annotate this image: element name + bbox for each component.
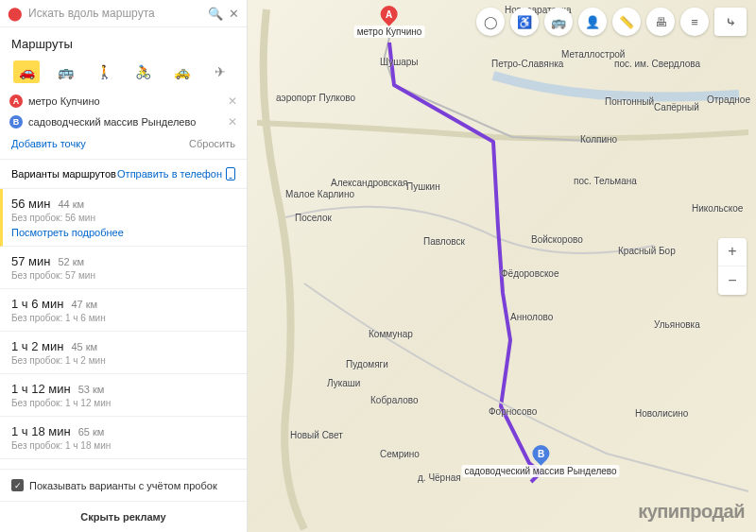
tool-transport[interactable]: ♿: [510, 8, 539, 36]
route-distance: 44 км: [58, 198, 84, 210]
mode-transit[interactable]: 🚌: [52, 60, 78, 83]
point-a-text: метро Купчино: [28, 95, 222, 107]
exit-button[interactable]: ⤷: [714, 8, 747, 36]
town-label: д. Чёрная: [418, 472, 461, 483]
tool-panorama[interactable]: 👤: [578, 8, 607, 36]
zoom-out-button[interactable]: −: [718, 266, 747, 295]
town-label: Отрадное: [707, 94, 750, 105]
town-label: Фёдоровское: [501, 268, 559, 279]
town-label: Войскорово: [531, 234, 583, 245]
phone-icon: [226, 167, 235, 180]
town-label: Аннолово: [510, 312, 553, 322]
send-to-phone[interactable]: Отправить в телефон: [117, 167, 235, 180]
clear-point-b[interactable]: ✕: [228, 115, 237, 129]
close-icon[interactable]: ✕: [229, 7, 239, 21]
tool-print[interactable]: 🖶: [646, 8, 675, 36]
route-option[interactable]: 1 ч 2 мин45 кмБез пробок: 1 ч 2 мин: [0, 332, 247, 374]
route-point-a[interactable]: А метро Купчино ✕: [0, 91, 247, 112]
mode-walk[interactable]: 🚶: [91, 60, 117, 83]
route-distance: 47 км: [71, 299, 97, 310]
marker-a[interactable]: А метро Купчино: [354, 6, 425, 38]
town-label: Понтонный: [605, 96, 654, 107]
route-option[interactable]: 57 мин52 кмБез пробок: 57 мин: [0, 247, 247, 289]
route-subtext: Без пробок: 57 мин: [11, 270, 235, 281]
pin-icon: ⬤: [8, 6, 23, 21]
route-option[interactable]: 1 ч 12 мин53 кмБез пробок: 1 ч 12 мин: [0, 374, 247, 417]
marker-b[interactable]: В садоводческий массив Рынделево: [461, 445, 619, 477]
route-time: 57 мин: [11, 254, 50, 268]
tool-bus[interactable]: 🚌: [544, 8, 573, 36]
town-label: Малое Карлино: [285, 189, 354, 199]
search-bar: ⬤ 🔍 ✕: [0, 0, 247, 27]
search-input[interactable]: [28, 7, 202, 20]
town-label: Кобралово: [370, 395, 419, 405]
route-option[interactable]: 1 ч 18 мин65 кмБез пробок: 1 ч 18 мин: [0, 417, 247, 459]
route-option[interactable]: 1 ч 6 мин47 кмБез пробок: 1 ч 6 мин: [0, 289, 247, 332]
town-label: Пудомяги: [346, 359, 388, 369]
mode-plane[interactable]: ✈: [207, 60, 233, 83]
route-time: 1 ч 2 мин: [11, 339, 63, 353]
town-label: Пушкин: [406, 181, 440, 192]
town-label: аэропорт Пулково: [276, 93, 355, 103]
zoom-in-button[interactable]: +: [718, 238, 747, 266]
town-label: Колпино: [580, 134, 617, 145]
hide-ad-link[interactable]: Скрыть рекламу: [0, 501, 247, 532]
town-label: Шушары: [380, 57, 419, 67]
route-distance: 65 км: [78, 426, 105, 438]
tool-more[interactable]: ≡: [680, 8, 709, 36]
route-subtext: Без пробок: 1 ч 2 мин: [11, 355, 235, 366]
route-distance: 53 км: [78, 384, 105, 395]
checkbox-icon[interactable]: ✓: [11, 479, 24, 491]
tool-ruler[interactable]: 📏: [612, 8, 641, 36]
town-label: Семрино: [380, 449, 420, 459]
town-label: Лукаши: [327, 378, 360, 388]
town-label: Новолисино: [635, 408, 688, 419]
town-label: Коммунар: [369, 329, 413, 339]
town-label: Павловск: [423, 236, 465, 247]
town-label: Форносово: [489, 406, 537, 417]
town-label: пос. им. Свердлова: [614, 59, 700, 69]
route-list: 56 мин44 кмБез пробок: 56 минПосмотреть …: [0, 189, 247, 469]
traffic-toggle-row[interactable]: ✓ Показывать варианты с учётом пробок: [0, 469, 247, 501]
town-label: Никольское: [692, 203, 743, 214]
town-label: пос. Тельмана: [574, 176, 637, 186]
search-icon[interactable]: 🔍: [208, 7, 223, 21]
route-subtext: Без пробок: 1 ч 12 мин: [11, 398, 235, 408]
route-time: 1 ч 18 мин: [11, 424, 71, 438]
town-label: Александровская: [331, 178, 407, 188]
point-b-text: садоводческий массив Рынделево: [28, 116, 222, 128]
route-point-b[interactable]: В садоводческий массив Рынделево ✕: [0, 112, 247, 132]
town-label: Ульяновка: [654, 319, 700, 330]
sidebar: ⬤ 🔍 ✕ Маршруты 🚗🚌🚶🚴🚕✈ А метро Купчино ✕ …: [0, 0, 248, 532]
town-label: Сапёрный: [654, 102, 699, 112]
routes-title: Маршруты: [0, 27, 247, 57]
route-subtext: Без пробок: 56 мин: [11, 213, 235, 223]
add-point-link[interactable]: Добавить точку: [11, 138, 86, 149]
mode-car[interactable]: 🚗: [13, 60, 40, 83]
variants-label: Варианты маршрутов: [11, 168, 116, 180]
mode-taxi[interactable]: 🚕: [168, 60, 195, 83]
watermark: купипродай: [638, 501, 745, 523]
badge-b-icon: В: [9, 115, 23, 129]
route-details-link[interactable]: Посмотреть подробнее: [11, 227, 235, 238]
badge-a-icon: А: [9, 94, 23, 108]
route-distance: 52 км: [58, 256, 84, 267]
town-label: Красный Бор: [618, 246, 676, 256]
route-time: 56 мин: [11, 197, 50, 211]
reset-link[interactable]: Сбросить: [189, 138, 235, 149]
map-tools: ◯♿🚌👤📏🖶≡⤷: [476, 8, 747, 36]
zoom-control: + −: [718, 238, 747, 295]
clear-point-a[interactable]: ✕: [228, 94, 237, 108]
town-label: Поселок: [295, 213, 332, 223]
town-label: Петро-Славянка: [491, 59, 563, 69]
route-time: 1 ч 12 мин: [11, 382, 71, 396]
town-label: Новый Свет: [290, 430, 343, 440]
route-option[interactable]: 56 мин44 кмБез пробок: 56 минПосмотреть …: [0, 189, 247, 247]
route-time: 1 ч 6 мин: [11, 297, 63, 311]
tool-traffic[interactable]: ◯: [476, 8, 505, 36]
route-subtext: Без пробок: 1 ч 6 мин: [11, 313, 235, 323]
mode-bike[interactable]: 🚴: [129, 60, 156, 83]
route-distance: 45 км: [71, 341, 97, 352]
route-subtext: Без пробок: 1 ч 18 мин: [11, 440, 235, 451]
map-canvas[interactable]: ШушарыНовосаратовкаПетро-СлавянкаМеталло…: [248, 0, 756, 532]
